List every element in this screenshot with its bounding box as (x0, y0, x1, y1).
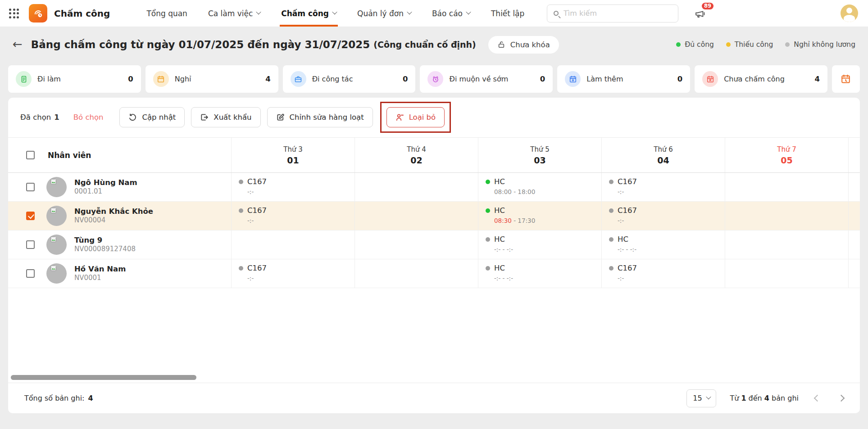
select-all-checkbox[interactable] (26, 151, 35, 159)
business-trip-icon (291, 71, 306, 87)
row-checkbox[interactable] (26, 240, 35, 249)
employee-code: NV00004 (74, 216, 153, 225)
shift-time: 08:30 - 17:30 (494, 217, 601, 224)
shift-code: C167 (618, 264, 637, 272)
day-column-header-04: Thứ 604 (601, 138, 725, 172)
shift-code: HC (494, 264, 505, 272)
remove-button[interactable]: Loại bỏ (386, 107, 445, 127)
row-checkbox[interactable] (26, 269, 35, 278)
search-input[interactable] (564, 9, 672, 18)
page-size-select[interactable]: 15 (686, 389, 716, 407)
nav-item-1[interactable]: Tổng quan (136, 0, 198, 27)
employee-cell: Nguyễn Khắc KhỏeNV00004 (8, 202, 231, 230)
horizontal-scrollbar[interactable] (11, 375, 196, 380)
shift-cell[interactable] (725, 259, 848, 288)
nav-item-3[interactable]: Chấm công (271, 0, 347, 27)
nav-item-label: Chấm công (281, 9, 329, 18)
shift-cell[interactable] (725, 173, 848, 201)
shift-status-dot (486, 237, 490, 242)
day-column-header-03: Thứ 503 (478, 138, 601, 172)
employee-code: 0001.01 (74, 187, 137, 196)
shift-cell[interactable]: HC-:- - -:- (601, 230, 725, 259)
shift-cell[interactable]: HC08:00 - 18:00 (478, 173, 601, 201)
shift-cell[interactable]: C167-:- (601, 259, 725, 288)
pagination-range: Từ 1 đến 4 bản ghi (730, 394, 799, 402)
deselect-button[interactable]: Bỏ chọn (73, 113, 104, 122)
chevron-down-icon (407, 9, 412, 14)
legend-label: Nghỉ không lương (794, 41, 855, 49)
day-number-label: 05 (781, 155, 792, 165)
day-number-label: 04 (657, 155, 669, 165)
shift-cell[interactable] (354, 202, 478, 230)
shift-cell[interactable] (725, 202, 848, 230)
status-card-count: 0 (403, 75, 408, 83)
shift-cell[interactable]: C167-:- (231, 202, 354, 230)
shift-cell[interactable]: C167-:- (601, 202, 725, 230)
app-logo-icon[interactable] (29, 4, 47, 23)
notification-badge: 89 (702, 3, 713, 10)
table-row: Ngô Hùng Nam0001.01C167-:-HC08:00 - 18:0… (8, 173, 860, 202)
shift-time-part: -:- (618, 188, 624, 195)
table-body: Ngô Hùng Nam0001.01C167-:-HC08:00 - 18:0… (8, 173, 860, 288)
status-card-6[interactable]: Chưa chấm công4 (695, 65, 827, 93)
shift-status-dot (609, 266, 614, 271)
shift-cell[interactable]: C167-:- (231, 259, 354, 288)
shift-code: HC (618, 235, 628, 244)
nav-item-2[interactable]: Ca làm việc (198, 0, 271, 27)
shift-cell[interactable] (354, 173, 478, 201)
lock-status-pill[interactable]: Chưa khóa (488, 36, 559, 54)
shift-cell[interactable] (354, 230, 478, 259)
previous-page-icon[interactable] (814, 395, 821, 402)
shift-info: C167 (239, 206, 354, 215)
status-card-label: Đi công tác (312, 75, 353, 83)
employee-code: NV0001 (74, 274, 126, 283)
user-avatar[interactable] (841, 5, 858, 22)
status-card-4[interactable]: Đi muộn về sớm0 (420, 65, 553, 93)
shift-time: -:- (247, 188, 354, 195)
legend-item: Nghỉ không lương (785, 41, 855, 49)
day-number-label: 01 (287, 155, 299, 165)
shift-cell[interactable] (354, 259, 478, 288)
table-footer: Tổng số bản ghi: 4 15 Từ 1 đến 4 bản ghi (8, 383, 860, 413)
employee-avatar (46, 235, 67, 255)
shift-time: 08:00 - 18:00 (494, 188, 601, 195)
update-button[interactable]: Cập nhật (119, 107, 185, 127)
status-card-1[interactable]: Đi làm0 (8, 65, 141, 93)
calendar-view-button[interactable] (832, 65, 860, 93)
status-card-label: Chưa chấm công (724, 75, 785, 83)
row-checkbox[interactable] (26, 212, 35, 220)
selected-count-label: Đã chọn1 (20, 113, 59, 122)
shift-cell[interactable] (231, 230, 354, 259)
shift-cell[interactable]: HC-:- - -:- (478, 230, 601, 259)
bulk-edit-button[interactable]: Chỉnh sửa hàng loạt (267, 107, 373, 127)
apps-grid-icon[interactable] (9, 9, 19, 18)
notification-megaphone-icon[interactable]: 89 (693, 6, 708, 21)
attendance-doc-icon (16, 71, 32, 87)
shift-cell[interactable]: HC-:- - -:- (478, 259, 601, 288)
main-nav: Tổng quanCa làm việcChấm côngQuản lý đơn… (136, 0, 535, 27)
status-card-3[interactable]: Đi công tác0 (283, 65, 416, 93)
status-card-2[interactable]: Nghỉ4 (145, 65, 278, 93)
shift-cell[interactable]: C167-:- (231, 173, 354, 201)
legend-dot (785, 42, 790, 47)
legend-item: Đủ công (676, 41, 713, 49)
search-box[interactable] (547, 5, 678, 23)
nav-item-label: Quản lý đơn (357, 9, 404, 18)
status-card-5[interactable]: Làm thêm0 (557, 65, 690, 93)
shift-info: C167 (239, 177, 354, 186)
back-arrow-icon[interactable]: ← (13, 38, 23, 50)
status-card-label: Làm thêm (586, 75, 623, 83)
shift-time-part: -:- - -:- (618, 246, 636, 253)
table-row: Hồ Văn NamNV0001C167-:-HC-:- - -:-C167-:… (8, 259, 860, 288)
unlock-icon (497, 41, 505, 49)
shift-cell[interactable]: C167-:- (601, 173, 725, 201)
nav-item-5[interactable]: Báo cáo (422, 0, 481, 27)
nav-item-4[interactable]: Quản lý đơn (347, 0, 422, 27)
shift-cell[interactable]: HC08:30 - 17:30 (478, 202, 601, 230)
nav-item-6[interactable]: Thiết lập (481, 0, 535, 27)
row-checkbox[interactable] (26, 183, 35, 191)
shift-cell[interactable] (725, 230, 848, 259)
export-button[interactable]: Xuất khẩu (191, 107, 260, 127)
next-page-icon[interactable] (838, 395, 845, 402)
shift-time: -:- - -:- (618, 246, 725, 253)
